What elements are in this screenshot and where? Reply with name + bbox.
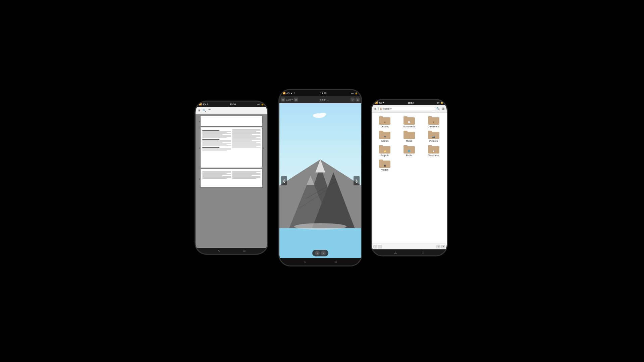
lang-left: en	[257, 103, 260, 106]
folder-music[interactable]: ♪ Music	[398, 130, 421, 142]
lang-center: en	[351, 92, 354, 95]
phone-center: 📶 4G ▲ ✦ 15:53 en 🔒 ⊞ 11% ▾ ⊡ roman-... …	[278, 89, 362, 266]
phone-left: 📶 4G ✦ 15:53 en 🔒 ⊞ 🔍 ☰	[195, 101, 268, 255]
prev-image-button[interactable]: ❮	[281, 176, 287, 185]
home-btn-left[interactable]: □	[244, 249, 245, 252]
menu-icon-left[interactable]: ☰	[207, 109, 211, 113]
pdf-columns-3	[202, 170, 261, 180]
home-btn-right[interactable]: □	[422, 251, 424, 254]
phone-right: 📶 4G ✦ 15:53 en 🔒 ⊞ 🏠 Home ▾ 🔍 ☰	[371, 99, 448, 256]
address-chevron: ▾	[390, 108, 392, 110]
folder-icon-videos: 🎬	[379, 159, 390, 168]
fm-forward-button[interactable]: ›	[378, 245, 382, 248]
home-icon: 🏠	[380, 108, 383, 110]
rotate-tool[interactable]: ↺	[315, 251, 320, 255]
folder-projects[interactable]: 📁 Projects	[374, 144, 396, 157]
fm-back-button[interactable]: ‹	[373, 245, 377, 248]
folder-icon-public: 🌐	[404, 144, 415, 154]
network-right: 4G	[379, 102, 382, 104]
nav-bar-right: ⊞ 🏠 Home ▾ 🔍 ☰	[372, 105, 447, 113]
network-left: 4G	[203, 103, 206, 106]
back-btn-left[interactable]: △	[218, 249, 220, 252]
folder-documents[interactable]: 📄 Documents	[398, 115, 421, 128]
folder-grid: 🖥 Desktop 📄 Documents	[374, 115, 445, 171]
folder-icon-projects: 📁	[379, 144, 390, 154]
fm-nav-arrows: ‹ ›	[373, 245, 382, 248]
folder-templates[interactable]: 📋 Templates	[422, 144, 445, 157]
image-viewer: ❮ ❯ ↺ ⤢	[279, 103, 361, 258]
home-btn-center[interactable]: □	[335, 260, 337, 263]
network-center: 4G	[286, 92, 289, 95]
folder-desktop[interactable]: 🖥 Desktop	[374, 115, 396, 128]
fullscreen-tool[interactable]: ⤢	[321, 251, 326, 255]
time-left: 15:53	[230, 103, 236, 106]
folder-pictures[interactable]: 📷 Pictures	[422, 130, 445, 142]
viewer-grid-icon[interactable]: ⊞	[281, 98, 285, 102]
folder-name-videos: Videos	[381, 169, 388, 171]
lang-right: en	[437, 102, 439, 104]
bottom-bar-right: △ □	[372, 249, 447, 255]
address-label: Home	[383, 108, 390, 110]
phones-scene: 📶 4G ✦ 15:53 en 🔒 ⊞ 🔍 ☰	[188, 87, 456, 275]
viewer-filename: roman-...	[299, 99, 350, 101]
folder-icon-templates: 📋	[428, 144, 439, 154]
folder-icon-games: 🎮	[379, 130, 390, 139]
grid-icon-right[interactable]: ⊞	[373, 107, 377, 111]
folder-name-public: Public	[406, 154, 412, 157]
folder-name-games: Games	[381, 140, 389, 142]
lock-icon-right: 🔒	[440, 101, 443, 104]
file-manager-status-bar: ‹ › ⊟ ▾	[372, 243, 447, 249]
folder-public[interactable]: 🌐 Public	[398, 144, 421, 157]
menu-icon-right[interactable]: ☰	[441, 107, 445, 111]
pdf-col-right	[232, 129, 261, 152]
search-icon-left[interactable]: 🔍	[202, 109, 206, 113]
back-btn-right[interactable]: △	[394, 251, 396, 254]
pdf-marker-1	[199, 121, 200, 122]
viewer-icon-2[interactable]: ⊡	[294, 98, 298, 102]
fm-sort-button[interactable]: ▾	[441, 245, 445, 248]
status-bar-center: 📶 4G ▲ ✦ 15:53 en 🔒	[279, 90, 361, 96]
image-toolbar: ↺ ⤢	[312, 250, 328, 256]
folder-name-desktop: Desktop	[380, 125, 389, 128]
bottom-bar-center: △ □	[279, 258, 361, 265]
fullscreen-icon[interactable]: ⤢	[351, 98, 355, 102]
pdf-content	[196, 114, 267, 248]
lock-icon-left: 🔒	[261, 103, 264, 106]
wifi-icon-center: ▲	[290, 92, 292, 95]
pdf-col-left	[202, 129, 231, 152]
fm-list-view-button[interactable]: ⊟	[436, 245, 440, 248]
nav-bar-left: ⊞ 🔍 ☰	[196, 107, 267, 114]
viewer-zoom-control[interactable]: 11% ▾	[286, 98, 293, 101]
folder-icon-downloads: ⬇	[428, 115, 439, 125]
next-image-button[interactable]: ❯	[354, 176, 360, 185]
pdf-marker-3-left	[199, 178, 200, 180]
viewer-menu-icon[interactable]: ☰	[356, 98, 360, 102]
file-manager: 🖥 Desktop 📄 Documents	[372, 113, 447, 243]
folder-icon-music: ♪	[404, 130, 415, 139]
pdf-col-3-right	[232, 171, 261, 179]
bt-icon-right: ✦	[382, 101, 384, 104]
search-icon-right[interactable]: 🔍	[436, 107, 440, 111]
pdf-col-3-left	[202, 171, 231, 179]
folder-games[interactable]: 🎮 Games	[374, 130, 396, 142]
folder-videos[interactable]: 🎬 Videos	[374, 159, 396, 171]
mountain-svg	[279, 103, 361, 258]
back-btn-center[interactable]: △	[304, 260, 306, 263]
folder-name-documents: Documents	[403, 125, 415, 128]
bottom-bar-left: △ □	[196, 248, 267, 254]
grid-icon-left[interactable]: ⊞	[197, 109, 201, 113]
signal-icon-center: 📶	[283, 92, 286, 95]
time-center: 15:53	[320, 92, 326, 95]
address-bar-right[interactable]: 🏠 Home ▾	[378, 107, 435, 111]
folder-name-downloads: Downloads	[428, 125, 439, 128]
pdf-marker-2-left	[199, 147, 200, 149]
pdf-page-1	[201, 116, 262, 126]
bt-icon-left: ✦	[206, 103, 208, 106]
svg-point-8	[294, 223, 346, 230]
signal-icon-right: 📶	[375, 101, 378, 104]
lock-icon-center: 🔒	[355, 92, 358, 95]
time-right: 15:53	[408, 102, 414, 104]
folder-downloads[interactable]: ⬇ Downloads	[422, 115, 445, 128]
zoom-value: 11%	[286, 99, 291, 101]
pdf-marker-2-right	[263, 147, 264, 149]
